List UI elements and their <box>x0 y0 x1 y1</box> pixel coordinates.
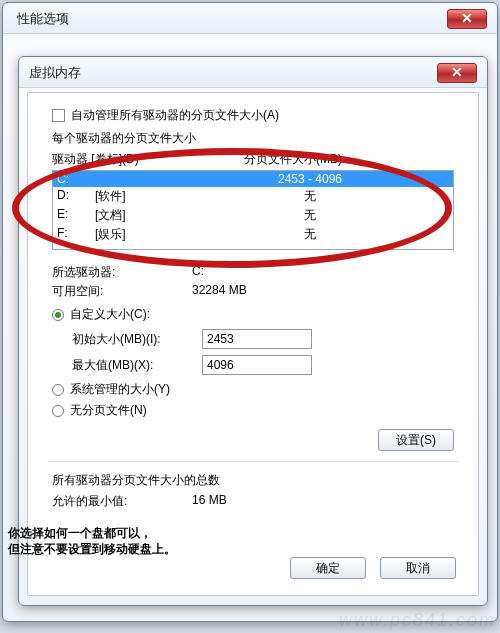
divider <box>48 461 458 462</box>
close-icon[interactable]: ✕ <box>447 9 487 29</box>
radio-icon[interactable] <box>52 309 64 321</box>
no-paging-radio[interactable]: 无分页文件(N) <box>52 402 462 419</box>
min-allow-row: 允许的最小值: 16 MB <box>52 493 462 510</box>
drive-size: 无 <box>235 207 385 224</box>
auto-manage-label: 自动管理所有驱动器的分页文件大小(A) <box>71 107 279 124</box>
col-pagefile: 分页文件大小(MB) <box>244 151 394 168</box>
window-title: 性能选项 <box>13 10 69 28</box>
no-paging-label: 无分页文件(N) <box>70 402 147 419</box>
drive-label: [娱乐] <box>95 226 235 243</box>
max-size-input[interactable] <box>202 355 312 375</box>
available-space-row: 可用空间: 32284 MB <box>52 283 462 300</box>
drive-letter: C: <box>57 172 95 186</box>
dialog-body: 自动管理所有驱动器的分页文件大小(A) 每个驱动器的分页文件大小 驱动器 [卷标… <box>27 92 479 596</box>
drive-label <box>95 172 235 186</box>
drive-row[interactable]: F: [娱乐] 无 <box>53 225 453 244</box>
min-allow-label: 允许的最小值: <box>52 493 192 510</box>
dialog-title: 虚拟内存 <box>29 64 81 82</box>
virtual-memory-dialog: 虚拟内存 ✕ 自动管理所有驱动器的分页文件大小(A) 每个驱动器的分页文件大小 … <box>18 56 488 606</box>
initial-size-row: 初始大小(MB)(I): <box>72 329 462 349</box>
drive-list[interactable]: C: 2453 - 4096 D: [软件] 无 E: [文档] 无 F: [娱… <box>52 170 454 250</box>
drive-letter: E: <box>57 207 95 224</box>
drive-row[interactable]: D: [软件] 无 <box>53 187 453 206</box>
total-header: 所有驱动器分页文件大小的总数 <box>52 472 462 489</box>
max-size-row: 最大值(MB)(X): <box>72 355 462 375</box>
drive-row[interactable]: E: [文档] 无 <box>53 206 453 225</box>
initial-size-input[interactable] <box>202 329 312 349</box>
set-button[interactable]: 设置(S) <box>378 429 454 451</box>
drive-size: 2453 - 4096 <box>235 172 385 186</box>
drive-label: [软件] <box>95 188 235 205</box>
set-button-row: 设置(S) <box>52 429 454 451</box>
selected-drive-label: 所选驱动器: <box>52 264 192 281</box>
col-drive: 驱动器 [卷标](D) <box>52 151 244 168</box>
min-allow-value: 16 MB <box>192 493 312 510</box>
dialog-footer: 确定 取消 <box>290 557 456 579</box>
radio-icon[interactable] <box>52 405 64 417</box>
custom-size-radio[interactable]: 自定义大小(C): <box>52 306 462 323</box>
ok-button[interactable]: 确定 <box>290 557 366 579</box>
available-space-value: 32284 MB <box>192 283 312 300</box>
drive-row[interactable]: C: 2453 - 4096 <box>53 171 453 187</box>
drive-size: 无 <box>235 226 385 243</box>
cancel-button[interactable]: 取消 <box>380 557 456 579</box>
available-space-label: 可用空间: <box>52 283 192 300</box>
max-size-label: 最大值(MB)(X): <box>72 357 202 374</box>
titlebar-virtual-memory: 虚拟内存 ✕ <box>19 57 487 88</box>
auto-manage-row[interactable]: 自动管理所有驱动器的分页文件大小(A) <box>44 107 462 124</box>
titlebar-performance: 性能选项 ✕ <box>3 3 497 34</box>
per-drive-header: 每个驱动器的分页文件大小 <box>52 130 462 147</box>
drive-label: [文档] <box>95 207 235 224</box>
close-icon[interactable]: ✕ <box>437 63 477 83</box>
selected-drive-value: C: <box>192 264 312 281</box>
system-managed-radio[interactable]: 系统管理的大小(Y) <box>52 381 462 398</box>
radio-icon[interactable] <box>52 384 64 396</box>
drive-letter: D: <box>57 188 95 205</box>
drive-size: 无 <box>235 188 385 205</box>
initial-size-label: 初始大小(MB)(I): <box>72 331 202 348</box>
watermark: www.pc841.com <box>339 610 496 631</box>
custom-size-label: 自定义大小(C): <box>70 306 150 323</box>
checkbox-icon[interactable] <box>52 109 65 122</box>
system-managed-label: 系统管理的大小(Y) <box>70 381 170 398</box>
column-headers: 驱动器 [卷标](D) 分页文件大小(MB) <box>52 151 462 168</box>
drive-letter: F: <box>57 226 95 243</box>
selected-drive-row: 所选驱动器: C: <box>52 264 462 281</box>
